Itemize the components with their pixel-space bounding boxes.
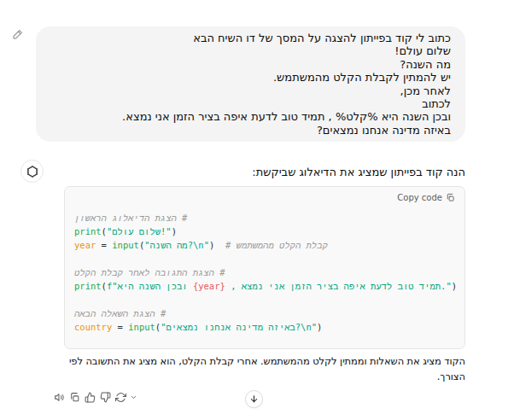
code-block: Copy code # הצגת הדיאלוג הראשוןprint("של…	[64, 186, 465, 349]
code-token-string: "באיזה מדינה אנחנו נמצאים?\n"	[161, 322, 317, 332]
code-token-string: , תמיד טוב לדעת איפה בציר הזמן אני נמצא.…	[225, 281, 452, 291]
user-message-line: ובכן השנה היא %קלט% , תמיד טוב לדעת איפה…	[50, 110, 451, 123]
code-token-plain: )	[452, 281, 457, 291]
code-content: # הצגת הדיאלוג הראשוןprint("שלום עולם!")…	[65, 202, 464, 342]
read-aloud-button[interactable]	[54, 392, 65, 403]
code-line: print(f"ובכן השנה היא {year} , תמיד טוב …	[74, 279, 455, 293]
copy-icon	[446, 193, 455, 202]
code-token-plain: )	[209, 240, 225, 250]
code-token-comment: # הצגת הדיאלוג הראשון	[74, 213, 187, 223]
code-token-variable: year	[74, 240, 96, 250]
scroll-to-bottom-button[interactable]	[245, 390, 263, 408]
speaker-icon	[54, 392, 65, 403]
user-message-line: לכתוב	[50, 97, 451, 110]
code-token-builtin: input	[128, 322, 155, 332]
regenerate-options-button[interactable]	[130, 394, 137, 401]
assistant-intro-text: הנה קוד בפייתון שמציג את הדיאלוג שביקשת:	[252, 165, 465, 179]
regenerate-button[interactable]	[115, 392, 126, 403]
assistant-avatar	[20, 160, 44, 183]
user-message-bubble: כתוב לי קוד בפייתון להצגה על המסך של דו …	[36, 26, 465, 142]
user-message-line: יש להמתין לקבלת הקלט מהמשתמש.	[50, 71, 451, 84]
thumbs-down-button[interactable]	[100, 392, 111, 403]
code-line: # הצגת השאלה הבאה	[74, 306, 455, 320]
thumbs-down-icon	[100, 392, 111, 403]
edit-message-button[interactable]	[12, 28, 24, 40]
code-line	[74, 293, 455, 306]
code-line	[74, 252, 455, 265]
code-line: # הצגת הדיאלוג הראשון	[74, 211, 455, 225]
code-token-string: "מה השנה?\n"	[144, 240, 209, 250]
code-token-builtin: input	[112, 240, 139, 250]
chevron-down-icon	[130, 394, 137, 401]
user-message-line: כתוב לי קוד בפייתון להצגה על המסך של דו …	[50, 32, 451, 44]
pencil-icon	[12, 28, 24, 40]
code-token-builtin: print	[74, 226, 102, 236]
code-token-plain: )	[317, 322, 322, 332]
code-line: print("שלום עולם!")	[74, 225, 455, 238]
thumbs-up-icon	[85, 392, 96, 403]
copy-icon	[69, 392, 80, 403]
arrow-down-icon	[249, 394, 259, 404]
user-message-line: לאחר מכן,	[50, 85, 451, 97]
assistant-outro-line: הצורך.	[69, 369, 465, 384]
user-message-line: באיזה מדינה אנחנו נמצאים?	[50, 124, 451, 137]
copy-code-button[interactable]: Copy code	[65, 187, 464, 202]
message-action-bar	[54, 392, 137, 403]
copy-code-label: Copy code	[397, 193, 442, 202]
code-token-plain: )	[172, 226, 177, 236]
code-token-builtin: print	[74, 281, 102, 291]
code-token-subst: {year}	[193, 281, 225, 291]
code-line: country = input("באיזה מדינה אנחנו נמצאי…	[74, 320, 455, 334]
regenerate-icon	[115, 392, 126, 403]
user-message-line: שלום עולם!	[50, 44, 451, 57]
code-token-comment: # הצגת השאלה הבאה	[74, 308, 166, 318]
code-token-variable: country	[74, 322, 112, 332]
copy-message-button[interactable]	[69, 392, 80, 403]
openai-logo-icon	[26, 165, 39, 178]
code-token-string: "שלום עולם!"	[107, 226, 172, 236]
user-message-line: מה השנה?	[50, 58, 451, 71]
thumbs-up-button[interactable]	[85, 392, 96, 403]
code-token-comment: # קבלת הקלט מהמשתמש	[225, 240, 328, 250]
code-token-comment: # הצגת התגובה לאחר קבלת הקלט	[74, 267, 225, 277]
code-token-string: f"ובכן השנה היא	[107, 281, 193, 291]
code-token-plain: =	[112, 322, 128, 332]
code-line: # הצגת התגובה לאחר קבלת הקלט	[74, 265, 455, 279]
assistant-outro-line: הקוד מציג את השאלות וממתין לקלט מהמשתמש.…	[69, 353, 465, 369]
code-line: year = input("מה השנה?\n") # קבלת הקלט מ…	[74, 238, 455, 252]
code-token-plain: =	[96, 240, 112, 250]
assistant-outro-text: הקוד מציג את השאלות וממתין לקלט מהמשתמש.…	[69, 353, 465, 384]
